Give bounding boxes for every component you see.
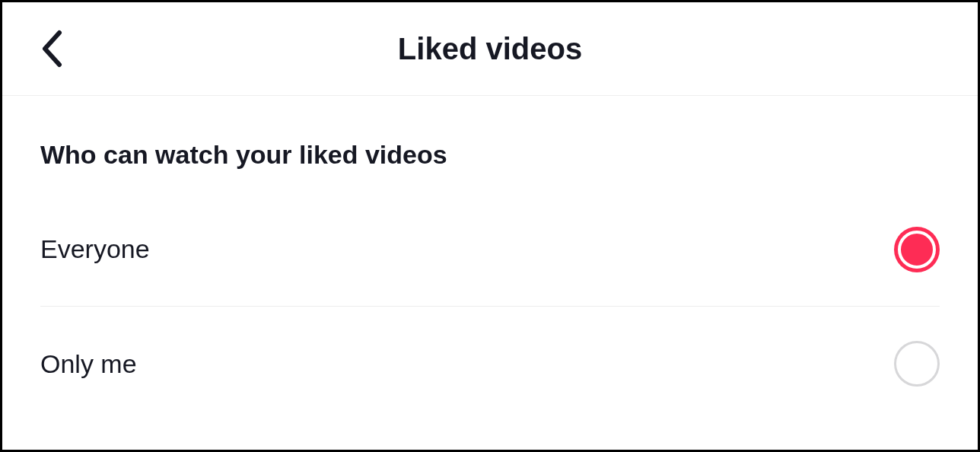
header: Liked videos	[2, 2, 978, 96]
option-label: Everyone	[40, 234, 150, 264]
page-title: Liked videos	[2, 32, 978, 66]
radio-selected-icon	[894, 227, 940, 272]
option-everyone[interactable]: Everyone	[40, 193, 940, 307]
radio-unselected-icon	[894, 341, 940, 387]
option-label: Only me	[40, 349, 137, 379]
content: Who can watch your liked videos Everyone…	[2, 96, 978, 421]
back-button[interactable]	[40, 30, 63, 68]
option-only-me[interactable]: Only me	[40, 307, 940, 421]
section-heading: Who can watch your liked videos	[40, 96, 940, 193]
chevron-left-icon	[40, 30, 63, 68]
